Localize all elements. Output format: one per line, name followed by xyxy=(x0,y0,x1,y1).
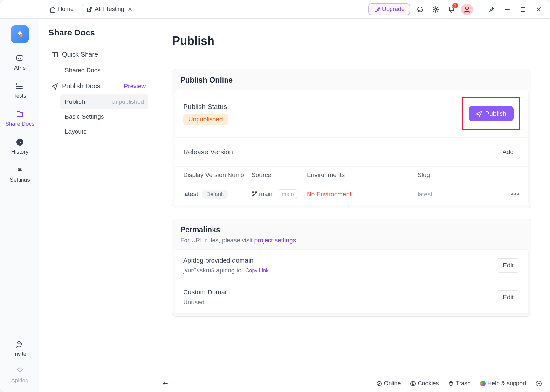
tab-api-testing[interactable]: API Testing ✕ xyxy=(82,4,137,15)
copy-link-button[interactable]: Copy Link xyxy=(245,268,268,273)
custom-domain-value: Unused xyxy=(183,299,230,306)
svg-point-1 xyxy=(435,8,437,10)
row-actions-menu[interactable]: ••• xyxy=(511,190,520,198)
maximize-icon xyxy=(520,7,526,12)
check-circle-icon xyxy=(376,381,382,386)
footer-scroll-top[interactable] xyxy=(535,378,542,389)
footer-online[interactable]: Online xyxy=(376,380,401,387)
publish-online-heading: Publish Online xyxy=(172,69,531,87)
svg-point-16 xyxy=(412,383,413,383)
nav-quick-share-label: Quick Share xyxy=(62,51,98,58)
nav-publish[interactable]: Publish Unpublished xyxy=(60,94,148,109)
footer-trash[interactable]: Trash xyxy=(448,380,471,387)
edit-provided-domain-button[interactable]: Edit xyxy=(496,258,520,273)
nav-publish-docs-label: Publish Docs xyxy=(62,82,100,90)
window-minimize[interactable] xyxy=(502,4,513,15)
avatar-face-icon xyxy=(463,5,471,14)
footer-cookies[interactable]: Cookies xyxy=(410,380,439,387)
rail-settings-label: Settings xyxy=(10,177,30,183)
app-logo[interactable] xyxy=(11,25,29,43)
source-chip: main xyxy=(278,189,298,199)
provided-domain-value: jvur6vskm5.apidog.io xyxy=(183,267,241,274)
permalinks-card: Permalinks For URL rules, please visit p… xyxy=(172,219,531,317)
rail-settings[interactable]: Settings xyxy=(10,166,30,183)
row-source: main xyxy=(259,190,272,197)
footer-help[interactable]: Help & support xyxy=(480,380,526,387)
rail-share-label: Share Docs xyxy=(6,121,34,127)
branch-icon xyxy=(252,191,257,197)
footer-help-label: Help & support xyxy=(488,380,526,387)
svg-point-7 xyxy=(16,86,17,87)
tab-api-label: API Testing xyxy=(95,6,124,13)
permalinks-heading: Permalinks xyxy=(172,219,531,237)
nav-quick-share[interactable]: Quick Share xyxy=(48,47,148,62)
col-slug: Slug xyxy=(418,171,476,179)
add-version-button[interactable]: Add xyxy=(496,145,520,159)
minimize-icon xyxy=(504,7,510,12)
publish-button[interactable]: Publish xyxy=(469,106,514,121)
tests-icon xyxy=(15,82,24,91)
rail-apis-label: APIs xyxy=(14,65,26,71)
custom-domain-label: Custom Domain xyxy=(183,289,230,296)
apis-icon xyxy=(15,54,24,63)
nav-layouts[interactable]: Layouts xyxy=(60,124,148,139)
col-source: Source xyxy=(252,171,307,179)
home-icon xyxy=(49,6,56,13)
external-link-icon xyxy=(86,7,92,12)
nav-publish-docs[interactable]: Publish Docs Preview xyxy=(48,78,148,94)
collapse-icon xyxy=(162,380,168,387)
rail-invite-label: Invite xyxy=(13,351,27,357)
default-chip: Default xyxy=(202,190,228,199)
row-environment[interactable]: No Environment xyxy=(307,191,418,198)
col-environments: Environments xyxy=(307,171,418,179)
user-avatar[interactable] xyxy=(461,4,473,15)
refresh-button[interactable] xyxy=(414,4,426,15)
collapse-sidebar-button[interactable] xyxy=(162,378,168,389)
row-version: latest xyxy=(183,190,198,197)
tab-close-button[interactable]: ✕ xyxy=(127,6,133,13)
notifications-button[interactable]: 1 xyxy=(446,4,457,15)
settings-gear-button[interactable] xyxy=(430,4,442,15)
share-docs-icon xyxy=(15,110,24,119)
rail-brand: Apidog xyxy=(11,366,29,384)
page-title: Publish xyxy=(172,34,531,48)
svg-point-10 xyxy=(18,341,20,344)
refresh-icon xyxy=(417,6,424,13)
cookie-icon xyxy=(410,381,416,386)
provided-domain-label: Apidog provided domain xyxy=(183,257,268,264)
notification-badge: 1 xyxy=(452,3,458,8)
nav-layouts-label: Layouts xyxy=(65,128,87,135)
window-maximize[interactable] xyxy=(517,4,529,15)
publish-online-card: Publish Online Publish Status Unpublishe… xyxy=(172,69,531,208)
window-close[interactable] xyxy=(533,4,544,15)
rail-invite[interactable]: Invite xyxy=(13,340,27,357)
nav-basic-settings[interactable]: Basic Settings xyxy=(60,109,148,124)
tab-home-label: Home xyxy=(58,6,74,13)
tab-home[interactable]: Home xyxy=(45,3,78,15)
publish-button-highlight: Publish xyxy=(462,97,520,130)
pin-button[interactable] xyxy=(486,4,498,15)
project-settings-link[interactable]: project settings xyxy=(254,237,296,244)
nav-shared-docs-label: Shared Docs xyxy=(65,67,101,74)
footer-bar: Online Cookies Trash Help & support xyxy=(154,375,550,392)
rail-history[interactable]: History xyxy=(11,138,29,155)
nav-shared-docs[interactable]: Shared Docs xyxy=(60,63,148,78)
svg-point-15 xyxy=(411,381,415,386)
send-icon xyxy=(476,111,482,117)
sidebar-title: Share Docs xyxy=(48,28,148,38)
col-display-version: Display Version Numb xyxy=(183,171,252,179)
footer-trash-label: Trash xyxy=(456,380,471,387)
nav-basic-settings-label: Basic Settings xyxy=(65,113,104,120)
book-icon xyxy=(51,51,58,58)
versions-table-row: latest Default main main No Environment … xyxy=(175,183,528,205)
history-icon xyxy=(15,138,24,147)
upgrade-button[interactable]: Upgrade xyxy=(368,3,410,15)
publish-status-label: Publish Status xyxy=(183,103,228,111)
preview-link[interactable]: Preview xyxy=(124,83,146,90)
rail-share-docs[interactable]: Share Docs xyxy=(6,110,34,127)
svg-point-2 xyxy=(466,7,469,10)
rail-apis[interactable]: APIs xyxy=(14,54,26,71)
rail-tests[interactable]: Tests xyxy=(13,82,26,99)
edit-custom-domain-button[interactable]: Edit xyxy=(496,290,520,304)
svg-point-19 xyxy=(536,381,541,386)
